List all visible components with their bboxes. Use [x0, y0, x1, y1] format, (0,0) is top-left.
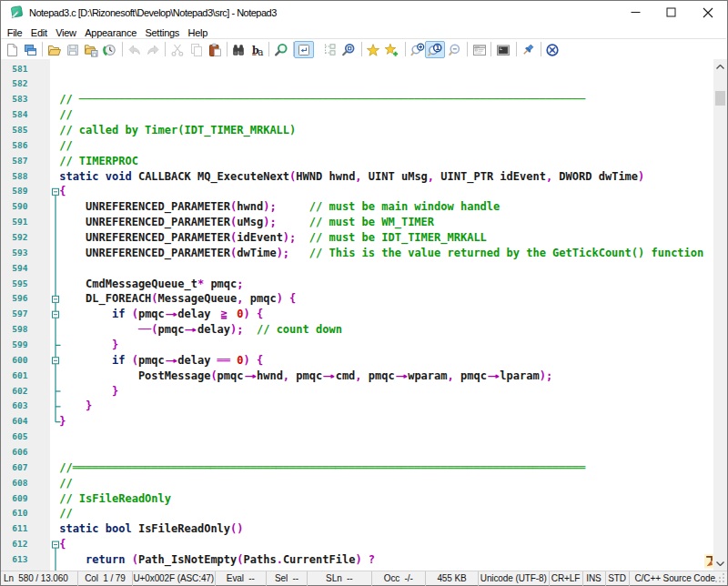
close-icon	[703, 7, 713, 18]
menu-item-settings[interactable]: Settings	[141, 25, 184, 40]
status-segment-10[interactable]: INS	[583, 571, 606, 586]
toolbar-button-favorite[interactable]	[363, 41, 383, 58]
add-favorite-icon	[384, 43, 399, 57]
toolbar-button-settings-dialog[interactable]	[470, 41, 490, 58]
menu-item-file[interactable]: File	[3, 25, 26, 40]
code-line-607: //══════════════════════════════════════…	[59, 460, 711, 476]
toolbar-button-replace[interactable]: ba	[248, 41, 268, 58]
status-segment-2[interactable]: U+0x002F (ASC:47)	[133, 571, 216, 586]
toolbar-button-zoom-out[interactable]	[445, 41, 465, 58]
code-line-600: if (pmqc→delay ══ 0) {	[59, 353, 711, 369]
code-line-587: // TIMERPROC	[59, 154, 711, 169]
status-bar: Ln 580 / 13.060Col 1 / 79U+0x002F (ASC:4…	[1, 571, 727, 585]
new-file-icon	[5, 43, 19, 57]
toolbar-button-word-wrap[interactable]	[294, 41, 314, 58]
code-line-603: }	[59, 399, 711, 414]
status-segment-5[interactable]: SLn --	[308, 571, 372, 586]
toolbar-button-open-folder[interactable]	[45, 41, 65, 58]
status-segment-6[interactable]: Occ -/-	[372, 571, 427, 586]
code-line-609: // IsFileReadOnly	[59, 491, 711, 507]
toolbar-button-save[interactable]	[63, 41, 83, 58]
toolbar-button-fold-tree[interactable]	[319, 41, 339, 58]
toolbar-separator	[361, 42, 362, 56]
toolbar-button-zoom-reset[interactable]: 1	[425, 41, 445, 58]
toolbar-button-paste[interactable]	[205, 41, 225, 58]
status-segment-0[interactable]: Ln 580 / 13.060	[1, 571, 78, 586]
code-line-598: ──(pmqc→delay); // count down	[59, 322, 711, 338]
toolbar: ba1	[1, 41, 726, 59]
scrollbar-thumb[interactable]	[715, 91, 725, 106]
open-folder-icon	[47, 43, 62, 57]
toolbar-separator	[268, 42, 269, 56]
scroll-down-button[interactable]	[713, 556, 727, 571]
toolbar-button-new-file[interactable]	[2, 41, 22, 58]
code-line-592: UNREFERENCED_PARAMETER(idEvent); // must…	[59, 230, 711, 246]
toolbar-button-zoom-selection[interactable]	[339, 41, 359, 58]
toolbar-button-view-zoom[interactable]	[271, 41, 291, 58]
favorite-icon	[366, 43, 380, 57]
toolbar-button-new-window[interactable]	[20, 41, 40, 58]
status-segment-3[interactable]: Eval --	[216, 571, 268, 586]
zoom-selection-icon	[341, 43, 356, 57]
status-segment-8[interactable]: Unicode (UTF-8)	[479, 571, 550, 586]
cut-icon	[170, 43, 185, 57]
toolbar-button-redo[interactable]	[143, 41, 163, 58]
code-line-608: //	[59, 476, 711, 491]
toolbar-button-copy[interactable]	[187, 41, 207, 58]
scroll-up-button[interactable]	[713, 59, 727, 75]
code-line-586: //	[59, 138, 711, 154]
exit-icon	[545, 43, 560, 57]
app-icon	[9, 5, 25, 20]
settings-dialog-icon	[472, 43, 487, 57]
word-wrap-icon	[297, 43, 311, 57]
status-segment-1[interactable]: Col 1 / 79	[78, 571, 133, 586]
status-segment-4[interactable]: Sel --	[267, 571, 308, 586]
minimize-icon	[631, 7, 641, 17]
menu-item-view[interactable]: View	[51, 25, 80, 40]
code-editor[interactable]: 5815825835845855865875885895905915925935…	[1, 59, 727, 571]
menu-item-edit[interactable]: Edit	[26, 25, 51, 40]
save-icon	[66, 43, 80, 57]
toolbar-button-add-favorite[interactable]	[381, 41, 401, 58]
code-text: // ─────────────────────────────────────…	[59, 62, 711, 568]
paste-icon	[207, 43, 222, 57]
minimize-button[interactable]	[617, 1, 653, 24]
vertical-scrollbar[interactable]	[713, 59, 727, 571]
save-as-icon	[84, 43, 98, 57]
code-line-588: static void CALLBACK MQ_ExecuteNext(HWND…	[59, 169, 711, 185]
toolbar-button-save-as[interactable]	[81, 41, 101, 58]
menu-item-appearance[interactable]: Appearance	[80, 25, 140, 40]
status-segment-12[interactable]: C/C++ Source Code	[630, 571, 728, 586]
console-icon	[496, 43, 511, 57]
resize-grip[interactable]	[714, 572, 726, 584]
recode-icon	[102, 43, 116, 57]
toolbar-button-undo[interactable]	[125, 41, 145, 58]
new-window-icon	[23, 43, 37, 57]
toolbar-separator	[516, 42, 517, 56]
code-line-597: if (pmqc→delay ≧ 0) {	[59, 307, 711, 322]
toolbar-button-find[interactable]	[228, 41, 248, 58]
toolbar-separator	[405, 42, 406, 56]
toolbar-separator	[490, 42, 491, 56]
status-segment-11[interactable]: STD	[606, 571, 630, 586]
code-line-594	[59, 261, 711, 277]
code-line-602: }	[59, 384, 711, 399]
replace-icon: ba	[250, 43, 265, 57]
view-zoom-icon	[274, 43, 288, 57]
toolbar-button-recode[interactable]	[99, 41, 119, 58]
menu-item-help[interactable]: Help	[184, 25, 212, 40]
toolbar-button-pin-on-top[interactable]	[518, 41, 538, 58]
scroll-down-icon	[716, 561, 724, 566]
status-segment-7[interactable]: 455 KB	[426, 571, 479, 586]
find-icon	[231, 43, 246, 57]
code-line-606	[59, 445, 711, 460]
fold-margin[interactable]	[1, 59, 65, 571]
zoom-in-icon	[410, 43, 425, 57]
status-segment-9[interactable]: CR+LF	[550, 571, 583, 586]
toolbar-button-console[interactable]	[493, 41, 513, 58]
notepad3-window: Notepad3.c [D:\Rizonesoft\Develop\Notepa…	[0, 0, 728, 586]
maximize-button[interactable]	[652, 1, 689, 24]
toolbar-button-cut[interactable]	[167, 41, 187, 58]
toolbar-button-exit[interactable]	[542, 41, 562, 58]
close-button[interactable]	[690, 1, 726, 24]
